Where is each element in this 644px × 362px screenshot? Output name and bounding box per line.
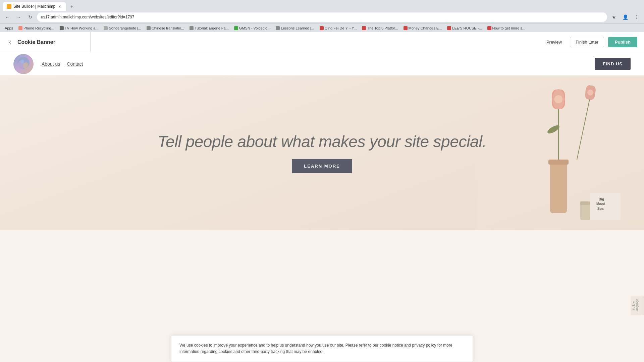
bookmark-label: The Top 3 Platfor...	[367, 26, 398, 30]
right-panel: FollowLanguage	[631, 296, 644, 315]
tab-bar: Site Builder | Mailchimp ✕ +	[0, 0, 644, 11]
bookmarks-bar: Apps Phone Recycling... TV How Working a…	[0, 23, 644, 32]
address-bar[interactable]: us17.admin.mailchimp.com/websites/editor…	[37, 12, 607, 22]
bookmark-label: Money Changes E...	[409, 26, 442, 30]
bookmark-label: How to get more s...	[492, 26, 525, 30]
svg-text:Big: Big	[599, 197, 604, 201]
svg-point-16	[587, 89, 593, 96]
finish-later-button[interactable]: Finish Later	[570, 37, 604, 47]
bookmark-favicon	[104, 26, 108, 30]
bookmark-chinese[interactable]: Chinese translatio...	[145, 25, 186, 31]
svg-rect-22	[580, 201, 590, 205]
publish-button[interactable]: Publish	[608, 37, 637, 47]
tab-close-button[interactable]: ✕	[57, 4, 62, 9]
bookmark-favicon	[447, 26, 451, 30]
bookmark-sonder[interactable]: Sonderangebote |...	[102, 25, 143, 31]
top-bar: Preview Finish Later Publish	[91, 32, 644, 52]
reload-button[interactable]: ↻	[25, 12, 35, 22]
bookmark-favicon	[60, 26, 64, 30]
profile-button[interactable]: 👤	[621, 12, 630, 22]
svg-point-11	[554, 95, 562, 103]
bookmark-tv[interactable]: TV How Working a...	[58, 25, 101, 31]
site-hero: Big Mood Spa Tell people about what make…	[0, 76, 644, 230]
hero-title: Tell people about what makes your site s…	[27, 132, 617, 151]
find-us-button[interactable]: FIND US	[595, 58, 631, 70]
svg-text:Mood: Mood	[596, 202, 605, 206]
bookmark-favicon	[320, 26, 324, 30]
logo-illustration	[15, 56, 32, 72]
bookmark-label: LEE'S HOUSE -...	[452, 26, 482, 30]
hero-content: Tell people about what makes your site s…	[27, 132, 617, 173]
about-us-link[interactable]: About us	[42, 61, 60, 67]
browser-chrome: Site Builder | Mailchimp ✕ + ← → ↻ us17.…	[0, 0, 644, 23]
bookmark-favicon	[147, 26, 151, 30]
sidebar-header: ‹ Cookie Banner	[0, 32, 90, 51]
preview-area: About us Contact FIND US	[0, 52, 644, 362]
svg-text:Spa: Spa	[597, 207, 604, 210]
back-button[interactable]: ←	[3, 12, 12, 22]
bookmark-label: Lessons Learned |...	[281, 26, 314, 30]
bookmark-favicon	[276, 26, 280, 30]
site-nav: About us Contact FIND US	[0, 52, 644, 76]
bookmark-favicon	[404, 26, 408, 30]
bookmark-favicon	[18, 26, 22, 30]
svg-rect-21	[580, 203, 590, 220]
active-tab[interactable]: Site Builder | Mailchimp ✕	[3, 2, 66, 11]
bookmark-label: Phone Recycling...	[23, 26, 54, 30]
bookmark-favicon	[362, 26, 366, 30]
svg-point-2	[23, 62, 29, 69]
sidebar-title: Cookie Banner	[17, 39, 55, 45]
bookmark-top3[interactable]: The Top 3 Platfor...	[360, 25, 400, 31]
bookmark-tutorial[interactable]: Tutorial: Eigene Fa...	[187, 25, 231, 31]
bookmark-howto[interactable]: How to get more s...	[485, 25, 527, 31]
site-nav-links: About us Contact	[42, 61, 587, 67]
app-container: ‹ Cookie Banner Enable cookie banner ✓ A…	[0, 32, 644, 362]
cookie-banner: We use cookies to improve your experienc…	[171, 335, 473, 362]
site-logo	[13, 54, 34, 74]
svg-point-3	[20, 60, 24, 64]
bookmark-label: Chinese translatio...	[152, 26, 184, 30]
bookmark-phone[interactable]: Phone Recycling...	[16, 25, 56, 31]
new-tab-button[interactable]: +	[67, 2, 76, 11]
forward-button[interactable]: →	[14, 12, 23, 22]
url-text: us17.admin.mailchimp.com/websites/editor…	[41, 15, 134, 19]
bookmark-apps[interactable]: Apps	[3, 25, 15, 31]
cookie-banner-text: We use cookies to improve your experienc…	[179, 342, 465, 355]
svg-rect-17	[590, 193, 621, 220]
bookmark-label: TV How Working a...	[65, 26, 99, 30]
back-button[interactable]: ‹	[5, 38, 15, 47]
bookmark-favicon	[234, 26, 238, 30]
follow-text: FollowLanguage	[632, 299, 639, 312]
learn-more-button[interactable]: Learn More	[292, 159, 352, 173]
bookmark-label: Apps	[5, 26, 13, 30]
bookmark-label: Qing Fei De Yi - Y...	[325, 26, 357, 30]
tab-label: Site Builder | Mailchimp	[13, 4, 55, 9]
bookmark-label: GMSN - Voiceglo...	[239, 26, 271, 30]
website-preview: About us Contact FIND US	[0, 52, 644, 362]
preview-button[interactable]: Preview	[542, 38, 566, 47]
menu-button[interactable]: ⋮	[632, 12, 641, 22]
bookmark-qing[interactable]: Qing Fei De Yi - Y...	[318, 25, 359, 31]
tab-favicon	[7, 4, 11, 9]
bookmark-money[interactable]: Money Changes E...	[401, 25, 444, 31]
bookmark-gmsn[interactable]: GMSN - Voiceglo...	[232, 25, 273, 31]
bookmark-label: Sonderangebote |...	[109, 26, 141, 30]
bookmark-favicon	[487, 26, 491, 30]
bookmarks-button[interactable]: ★	[609, 12, 619, 22]
address-bar-row: ← → ↻ us17.admin.mailchimp.com/websites/…	[0, 11, 644, 23]
bookmark-lee[interactable]: LEE'S HOUSE -...	[445, 25, 484, 31]
contact-link[interactable]: Contact	[67, 61, 83, 67]
bookmark-lessons[interactable]: Lessons Learned |...	[274, 25, 316, 31]
bookmark-label: Tutorial: Eigene Fa...	[195, 26, 229, 30]
bookmark-favicon	[190, 26, 194, 30]
